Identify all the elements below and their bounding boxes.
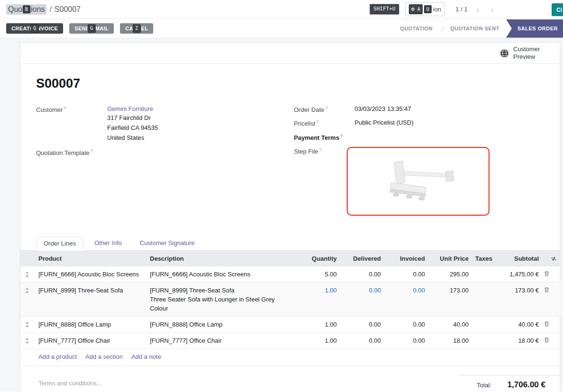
- cell-product[interactable]: [FURN_8888] Office Lamp: [35, 316, 148, 332]
- drag-handle-icon: [25, 272, 29, 277]
- sheet-body: S00007 Customer? Gemini Furniture 317 Fa…: [20, 64, 560, 221]
- cell-delivered[interactable]: 0.00: [338, 282, 382, 316]
- drag-handle-icon: [25, 288, 29, 293]
- corner-action-button[interactable]: Ci: [552, 3, 563, 16]
- order-date-field-value[interactable]: 03/03/2023 13:35:47: [355, 105, 411, 113]
- shortcut-hint-breadcrumb: B: [23, 5, 30, 14]
- delete-row-button[interactable]: [540, 282, 551, 316]
- optional-columns-icon[interactable]: [551, 255, 557, 263]
- cell-product[interactable]: [FURN_6666] Acoustic Bloc Screens: [35, 266, 148, 283]
- field-groups: Customer? Gemini Furniture 317 Fairchild…: [36, 105, 544, 221]
- create-invoice-button[interactable]: CREATE INVOICE Q: [6, 23, 63, 34]
- cell-quantity[interactable]: 1.00: [293, 282, 338, 316]
- terms-and-conditions-placeholder[interactable]: Terms and conditions...: [20, 368, 102, 387]
- cell-delivered[interactable]: 0.00: [338, 266, 382, 283]
- table-row: [FURN_7777] Office Chair [FURN_7777] Off…: [20, 332, 561, 348]
- cell-taxes[interactable]: [470, 316, 496, 332]
- tab-customer-signature[interactable]: Customer Signature: [133, 237, 202, 250]
- cell-invoiced[interactable]: 0.00: [382, 332, 426, 348]
- cell-invoiced[interactable]: 0.00: [382, 316, 426, 332]
- help-marker: ?: [64, 106, 66, 110]
- field-step-file: Step File?: [294, 147, 545, 216]
- cell-quantity[interactable]: 1.00: [293, 332, 338, 348]
- table-row: [FURN_6666] Acoustic Bloc Screens [FURN_…: [20, 266, 561, 283]
- pager-previous-icon[interactable]: ‹: [473, 5, 482, 14]
- cell-unit-price[interactable]: 18.00: [426, 332, 470, 348]
- shortcut-hint-shift-u: SHIFT+U: [369, 4, 399, 15]
- send-email-button[interactable]: SEND EMAIL G: [69, 23, 114, 34]
- cell-unit-price[interactable]: 173.00: [426, 282, 470, 316]
- cell-unit-price[interactable]: 295.00: [426, 266, 470, 283]
- field-quotation-template[interactable]: Quotation Template?: [36, 148, 286, 156]
- add-a-section-link[interactable]: Add a section: [85, 353, 123, 360]
- cell-taxes[interactable]: [470, 282, 496, 316]
- cell-subtotal: 173.00 €: [496, 282, 540, 316]
- field-group-left: Customer? Gemini Furniture 317 Fairchild…: [36, 105, 286, 221]
- cell-product[interactable]: [FURN_7777] Office Chair: [35, 332, 148, 348]
- tab-order-lines[interactable]: Order Lines: [36, 237, 83, 251]
- add-a-note-link[interactable]: Add a note: [131, 353, 161, 360]
- cell-product[interactable]: [FURN_8999] Three-Seat Sofa: [35, 282, 148, 316]
- delete-row-button[interactable]: [540, 316, 551, 332]
- total-amount: 1,706.00 €: [508, 380, 545, 390]
- status-quotation[interactable]: QUOTATION: [393, 26, 439, 31]
- cell-unit-price[interactable]: 40.00: [426, 316, 470, 332]
- column-header-invoiced: Invoiced: [382, 251, 426, 266]
- cell-taxes[interactable]: [470, 332, 496, 348]
- cell-description[interactable]: [FURN_7777] Office Chair: [148, 332, 293, 348]
- cell-taxes[interactable]: [470, 266, 496, 283]
- breadcrumb-quotations-link[interactable]: Quotations B: [6, 4, 46, 15]
- pricelist-field-value[interactable]: Public Pricelist (USD): [355, 119, 414, 127]
- help-marker: ?: [91, 149, 93, 154]
- totals-block: Total: 1,706.00 €: [459, 375, 560, 390]
- trash-icon: [544, 337, 549, 343]
- table-header-row: Product Description Quantity Delivered I…: [20, 251, 561, 266]
- breadcrumb: Quotations B / S00007: [6, 4, 81, 15]
- optional-columns-header: [551, 251, 561, 266]
- status-quotation-sent[interactable]: QUOTATION SENT: [443, 26, 506, 31]
- delete-row-button[interactable]: [540, 266, 551, 283]
- tab-other-info[interactable]: Other Info: [87, 237, 129, 250]
- cell-invoiced[interactable]: 0.00: [382, 266, 426, 283]
- payment-terms-field-label: Payment Terms?: [294, 133, 355, 141]
- delete-row-button[interactable]: [540, 332, 551, 348]
- statusbar: QUOTATION QUOTATION SENT SALES ORDER: [393, 19, 563, 38]
- list-footer-links: Add a product Add a section Add a note: [20, 349, 560, 366]
- customer-preview-label: Customer Preview: [513, 46, 545, 61]
- shortcut-hint-send-email: G: [88, 24, 95, 33]
- row-spacer: [551, 266, 561, 283]
- row-drag-handle[interactable]: [20, 316, 35, 332]
- quotation-template-field-label: Quotation Template?: [36, 148, 107, 156]
- cell-delivered[interactable]: 0.00: [338, 316, 382, 332]
- customer-link[interactable]: Gemini Furniture: [107, 105, 153, 112]
- cell-delivered[interactable]: 0.00: [338, 332, 382, 348]
- row-drag-handle[interactable]: [20, 282, 35, 316]
- cell-description[interactable]: [FURN_6666] Acoustic Bloc Screens: [148, 266, 293, 283]
- order-lines-table: Product Description Quantity Delivered I…: [20, 251, 561, 349]
- customer-preview-button[interactable]: Customer Preview: [500, 46, 545, 61]
- pager-next-icon[interactable]: ›: [488, 5, 497, 14]
- shortcut-hint-create-invoice: Q: [31, 24, 38, 33]
- field-payment-terms[interactable]: Payment Terms?: [294, 133, 545, 141]
- record-pager-value[interactable]: 1 / 1: [455, 6, 467, 13]
- cell-quantity[interactable]: 5.00: [293, 266, 338, 283]
- cancel-button[interactable]: CANCEL Z: [120, 23, 153, 34]
- cell-quantity[interactable]: 1.00: [293, 316, 338, 332]
- cell-invoiced[interactable]: 0.00: [382, 282, 426, 316]
- row-drag-handle[interactable]: [20, 332, 35, 348]
- total-label: Total:: [477, 382, 491, 389]
- field-customer: Customer? Gemini Furniture 317 Fairchild…: [36, 105, 286, 143]
- add-a-product-link[interactable]: Add a product: [38, 353, 77, 360]
- table-row: [FURN_8888] Office Lamp [FURN_8888] Offi…: [20, 316, 561, 332]
- customer-address: 317 Fairchild Dr Fairfield CA 94535 Unit…: [107, 113, 158, 143]
- page-title: S00007: [36, 76, 544, 91]
- step-file-preview-image[interactable]: [347, 147, 489, 216]
- row-drag-handle[interactable]: [20, 266, 35, 283]
- cell-description[interactable]: [FURN_8888] Office Lamp: [148, 316, 293, 332]
- status-sales-order-active[interactable]: SALES ORDER: [506, 19, 563, 38]
- cell-description[interactable]: [FURN_8999] Three-Seat Sofa Three Seater…: [148, 282, 293, 316]
- action-menu-button[interactable]: ⚙ A U ion: [405, 2, 445, 16]
- table-row: [FURN_8999] Three-Seat Sofa [FURN_8999] …: [20, 282, 561, 316]
- breadcrumb-record: S00007: [55, 5, 81, 14]
- drag-handle-icon: [25, 338, 29, 344]
